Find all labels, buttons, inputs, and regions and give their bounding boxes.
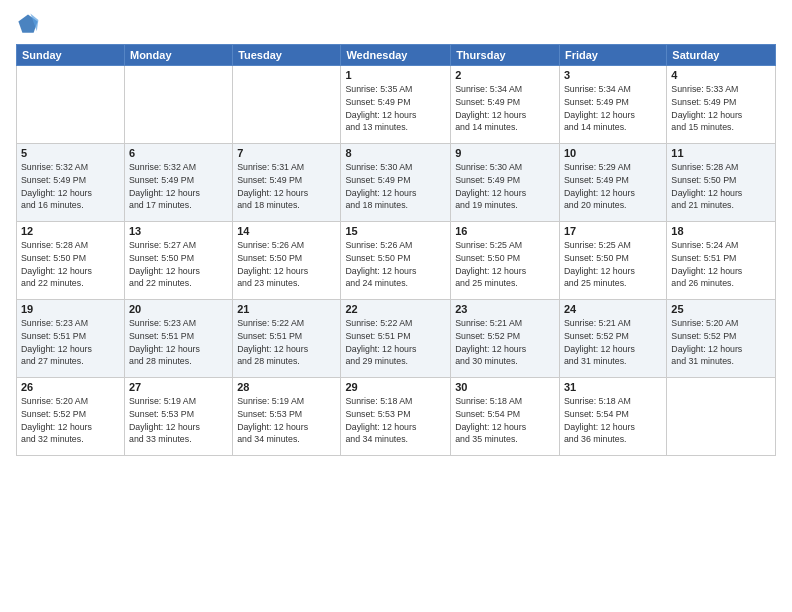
weekday-header-monday: Monday — [124, 45, 232, 66]
calendar-cell: 15Sunrise: 5:26 AM Sunset: 5:50 PM Dayli… — [341, 222, 451, 300]
day-info: Sunrise: 5:25 AM Sunset: 5:50 PM Dayligh… — [564, 239, 662, 290]
calendar-cell: 14Sunrise: 5:26 AM Sunset: 5:50 PM Dayli… — [233, 222, 341, 300]
day-info: Sunrise: 5:34 AM Sunset: 5:49 PM Dayligh… — [564, 83, 662, 134]
day-number: 26 — [21, 381, 120, 393]
calendar-cell: 23Sunrise: 5:21 AM Sunset: 5:52 PM Dayli… — [451, 300, 560, 378]
calendar-cell — [17, 66, 125, 144]
day-info: Sunrise: 5:28 AM Sunset: 5:50 PM Dayligh… — [21, 239, 120, 290]
day-number: 16 — [455, 225, 555, 237]
calendar-table: SundayMondayTuesdayWednesdayThursdayFrid… — [16, 44, 776, 456]
day-number: 8 — [345, 147, 446, 159]
day-info: Sunrise: 5:18 AM Sunset: 5:53 PM Dayligh… — [345, 395, 446, 446]
calendar-cell: 9Sunrise: 5:30 AM Sunset: 5:49 PM Daylig… — [451, 144, 560, 222]
day-info: Sunrise: 5:29 AM Sunset: 5:49 PM Dayligh… — [564, 161, 662, 212]
day-number: 21 — [237, 303, 336, 315]
day-number: 3 — [564, 69, 662, 81]
day-number: 15 — [345, 225, 446, 237]
day-number: 9 — [455, 147, 555, 159]
calendar-week-row: 19Sunrise: 5:23 AM Sunset: 5:51 PM Dayli… — [17, 300, 776, 378]
day-info: Sunrise: 5:28 AM Sunset: 5:50 PM Dayligh… — [671, 161, 771, 212]
calendar-cell: 19Sunrise: 5:23 AM Sunset: 5:51 PM Dayli… — [17, 300, 125, 378]
day-info: Sunrise: 5:21 AM Sunset: 5:52 PM Dayligh… — [455, 317, 555, 368]
day-number: 27 — [129, 381, 228, 393]
day-number: 10 — [564, 147, 662, 159]
calendar-cell: 20Sunrise: 5:23 AM Sunset: 5:51 PM Dayli… — [124, 300, 232, 378]
day-number: 28 — [237, 381, 336, 393]
day-info: Sunrise: 5:34 AM Sunset: 5:49 PM Dayligh… — [455, 83, 555, 134]
calendar-cell: 4Sunrise: 5:33 AM Sunset: 5:49 PM Daylig… — [667, 66, 776, 144]
day-number: 11 — [671, 147, 771, 159]
calendar-week-row: 1Sunrise: 5:35 AM Sunset: 5:49 PM Daylig… — [17, 66, 776, 144]
day-number: 30 — [455, 381, 555, 393]
day-number: 5 — [21, 147, 120, 159]
calendar-cell: 3Sunrise: 5:34 AM Sunset: 5:49 PM Daylig… — [559, 66, 666, 144]
day-number: 24 — [564, 303, 662, 315]
day-info: Sunrise: 5:25 AM Sunset: 5:50 PM Dayligh… — [455, 239, 555, 290]
calendar-cell: 8Sunrise: 5:30 AM Sunset: 5:49 PM Daylig… — [341, 144, 451, 222]
header — [16, 12, 776, 36]
calendar-cell: 12Sunrise: 5:28 AM Sunset: 5:50 PM Dayli… — [17, 222, 125, 300]
day-info: Sunrise: 5:27 AM Sunset: 5:50 PM Dayligh… — [129, 239, 228, 290]
weekday-header-wednesday: Wednesday — [341, 45, 451, 66]
calendar-cell: 28Sunrise: 5:19 AM Sunset: 5:53 PM Dayli… — [233, 378, 341, 456]
day-number: 25 — [671, 303, 771, 315]
day-info: Sunrise: 5:33 AM Sunset: 5:49 PM Dayligh… — [671, 83, 771, 134]
day-info: Sunrise: 5:18 AM Sunset: 5:54 PM Dayligh… — [564, 395, 662, 446]
calendar-cell — [124, 66, 232, 144]
logo-icon — [16, 12, 40, 36]
day-number: 7 — [237, 147, 336, 159]
day-number: 19 — [21, 303, 120, 315]
day-info: Sunrise: 5:24 AM Sunset: 5:51 PM Dayligh… — [671, 239, 771, 290]
calendar-cell: 26Sunrise: 5:20 AM Sunset: 5:52 PM Dayli… — [17, 378, 125, 456]
day-info: Sunrise: 5:30 AM Sunset: 5:49 PM Dayligh… — [345, 161, 446, 212]
page: SundayMondayTuesdayWednesdayThursdayFrid… — [0, 0, 792, 612]
calendar-cell: 13Sunrise: 5:27 AM Sunset: 5:50 PM Dayli… — [124, 222, 232, 300]
day-info: Sunrise: 5:23 AM Sunset: 5:51 PM Dayligh… — [21, 317, 120, 368]
calendar-cell: 18Sunrise: 5:24 AM Sunset: 5:51 PM Dayli… — [667, 222, 776, 300]
day-number: 31 — [564, 381, 662, 393]
day-number: 1 — [345, 69, 446, 81]
day-info: Sunrise: 5:18 AM Sunset: 5:54 PM Dayligh… — [455, 395, 555, 446]
calendar-cell: 1Sunrise: 5:35 AM Sunset: 5:49 PM Daylig… — [341, 66, 451, 144]
calendar-cell: 24Sunrise: 5:21 AM Sunset: 5:52 PM Dayli… — [559, 300, 666, 378]
day-number: 13 — [129, 225, 228, 237]
day-info: Sunrise: 5:32 AM Sunset: 5:49 PM Dayligh… — [21, 161, 120, 212]
day-info: Sunrise: 5:35 AM Sunset: 5:49 PM Dayligh… — [345, 83, 446, 134]
weekday-header-row: SundayMondayTuesdayWednesdayThursdayFrid… — [17, 45, 776, 66]
day-info: Sunrise: 5:22 AM Sunset: 5:51 PM Dayligh… — [237, 317, 336, 368]
day-info: Sunrise: 5:20 AM Sunset: 5:52 PM Dayligh… — [21, 395, 120, 446]
day-number: 6 — [129, 147, 228, 159]
calendar-cell: 21Sunrise: 5:22 AM Sunset: 5:51 PM Dayli… — [233, 300, 341, 378]
weekday-header-saturday: Saturday — [667, 45, 776, 66]
calendar-cell: 7Sunrise: 5:31 AM Sunset: 5:49 PM Daylig… — [233, 144, 341, 222]
day-number: 29 — [345, 381, 446, 393]
calendar-cell: 11Sunrise: 5:28 AM Sunset: 5:50 PM Dayli… — [667, 144, 776, 222]
day-info: Sunrise: 5:21 AM Sunset: 5:52 PM Dayligh… — [564, 317, 662, 368]
calendar-cell: 6Sunrise: 5:32 AM Sunset: 5:49 PM Daylig… — [124, 144, 232, 222]
calendar-cell: 17Sunrise: 5:25 AM Sunset: 5:50 PM Dayli… — [559, 222, 666, 300]
day-number: 2 — [455, 69, 555, 81]
day-number: 23 — [455, 303, 555, 315]
calendar-cell: 5Sunrise: 5:32 AM Sunset: 5:49 PM Daylig… — [17, 144, 125, 222]
day-info: Sunrise: 5:26 AM Sunset: 5:50 PM Dayligh… — [237, 239, 336, 290]
day-number: 17 — [564, 225, 662, 237]
day-info: Sunrise: 5:19 AM Sunset: 5:53 PM Dayligh… — [129, 395, 228, 446]
calendar-cell: 31Sunrise: 5:18 AM Sunset: 5:54 PM Dayli… — [559, 378, 666, 456]
weekday-header-friday: Friday — [559, 45, 666, 66]
calendar-cell — [667, 378, 776, 456]
day-info: Sunrise: 5:31 AM Sunset: 5:49 PM Dayligh… — [237, 161, 336, 212]
calendar-cell: 22Sunrise: 5:22 AM Sunset: 5:51 PM Dayli… — [341, 300, 451, 378]
calendar-cell: 10Sunrise: 5:29 AM Sunset: 5:49 PM Dayli… — [559, 144, 666, 222]
calendar-week-row: 12Sunrise: 5:28 AM Sunset: 5:50 PM Dayli… — [17, 222, 776, 300]
day-info: Sunrise: 5:20 AM Sunset: 5:52 PM Dayligh… — [671, 317, 771, 368]
calendar-cell: 16Sunrise: 5:25 AM Sunset: 5:50 PM Dayli… — [451, 222, 560, 300]
calendar-week-row: 26Sunrise: 5:20 AM Sunset: 5:52 PM Dayli… — [17, 378, 776, 456]
calendar-cell: 27Sunrise: 5:19 AM Sunset: 5:53 PM Dayli… — [124, 378, 232, 456]
calendar-cell: 30Sunrise: 5:18 AM Sunset: 5:54 PM Dayli… — [451, 378, 560, 456]
day-number: 20 — [129, 303, 228, 315]
day-number: 4 — [671, 69, 771, 81]
logo — [16, 12, 44, 36]
calendar-cell: 25Sunrise: 5:20 AM Sunset: 5:52 PM Dayli… — [667, 300, 776, 378]
day-number: 12 — [21, 225, 120, 237]
weekday-header-sunday: Sunday — [17, 45, 125, 66]
